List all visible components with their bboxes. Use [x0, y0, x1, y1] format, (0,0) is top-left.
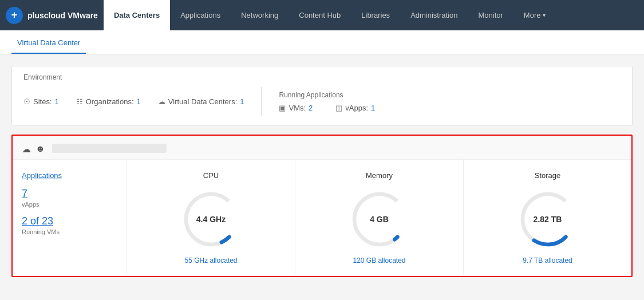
env-vapps: ◫ vApps: 1 [335, 104, 375, 112]
tab-vdc[interactable]: Virtual Data Center [11, 30, 86, 54]
cloud-icon: ☁ [158, 97, 165, 106]
nav-item-datacenters[interactable]: Data Centers [104, 0, 170, 30]
apps-vapps-stat: 7 vApps [22, 188, 117, 208]
env-vdc: ☁ Virtual Data Centers: 1 [158, 97, 244, 106]
cpu-value: 4.4 GHz [196, 215, 226, 224]
storage-allocated: 9.7 TB allocated [523, 256, 572, 265]
gauge-panels: CPU 4.4 GHz 55 GHz allocated Mem [127, 160, 631, 276]
card-body: Applications 7 vApps 2 of 23 Running VMs… [13, 160, 631, 276]
env-vms: ▣ VMs: 2 [279, 104, 313, 112]
location-icon: ☉ [23, 97, 30, 106]
storage-gauge-panel: Storage 2.82 TB 9.7 TB allocated [464, 160, 631, 276]
vms-count[interactable]: 2 [309, 104, 313, 112]
cpu-gauge-panel: CPU 4.4 GHz 55 GHz allocated [127, 160, 295, 276]
running-vms-num[interactable]: 2 of 23 [22, 215, 117, 227]
nav-items: Data Centers Applications Networking Con… [104, 0, 556, 30]
apps-panel: Applications 7 vApps 2 of 23 Running VMs [13, 160, 127, 276]
sites-count[interactable]: 1 [55, 97, 59, 106]
cpu-title: CPU [203, 171, 219, 180]
memory-gauge-panel: Memory 4 GB 120 GB allocated [295, 160, 464, 276]
running-section: Running Applications ▣ VMs: 2 ◫ vApps: 1 [279, 91, 375, 112]
nav-item-more[interactable]: More ▾ [513, 0, 556, 30]
vdc-label: Virtual Data Centers: [168, 97, 237, 106]
tab-bar: Virtual Data Center [0, 30, 644, 54]
card-globe-icon: ☻ [35, 144, 45, 155]
vapps-stat-label: vApps [22, 201, 39, 208]
vapps-big-num[interactable]: 7 [22, 188, 117, 200]
running-items: ▣ VMs: 2 ◫ vApps: 1 [279, 104, 375, 112]
nav-item-contenthub[interactable]: Content Hub [289, 0, 351, 30]
apps-title[interactable]: Applications [22, 171, 117, 180]
orgs-label: Organizations: [86, 97, 134, 106]
storage-gauge: 2.82 TB [516, 188, 579, 251]
cpu-allocated: 55 GHz allocated [184, 256, 237, 265]
vapps-label: vApps: [345, 104, 368, 112]
environment-bar: Environment ☉ Sites: 1 ☷ Organizations: … [11, 66, 633, 125]
vm-icon: ▣ [279, 104, 286, 112]
brand-icon: + [6, 7, 23, 24]
card-top: ☁ ☻ [13, 136, 631, 160]
vapps-count[interactable]: 1 [371, 104, 375, 112]
content-card: ☁ ☻ Applications 7 vApps 2 of 23 Running… [11, 135, 633, 277]
memory-value: 4 GB [370, 215, 389, 224]
apps-running-stat: 2 of 23 Running VMs [22, 215, 117, 236]
nav-item-libraries[interactable]: Libraries [351, 0, 400, 30]
nav-item-applications[interactable]: Applications [170, 0, 231, 30]
storage-title: Storage [535, 171, 561, 180]
memory-title: Memory [366, 171, 393, 180]
vms-label: VMs: [289, 104, 306, 112]
env-sites: ☉ Sites: 1 [23, 97, 59, 106]
brand: + pluscloud VMware [6, 7, 98, 24]
nav-item-administration[interactable]: Administration [400, 0, 468, 30]
more-caret-icon: ▾ [543, 12, 546, 18]
environment-label: Environment [23, 73, 621, 81]
cpu-gauge: 4.4 GHz [180, 188, 243, 251]
env-left-items: ☉ Sites: 1 ☷ Organizations: 1 ☁ Virtual … [23, 97, 244, 106]
memory-allocated: 120 GB allocated [353, 256, 405, 265]
card-name-bar [52, 144, 167, 153]
running-label: Running Applications [279, 91, 375, 99]
navbar: + pluscloud VMware Data Centers Applicat… [0, 0, 644, 30]
storage-value: 2.82 TB [534, 215, 562, 224]
orgs-count[interactable]: 1 [137, 97, 141, 106]
memory-gauge: 4 GB [348, 188, 411, 251]
card-cloud-icon: ☁ [22, 144, 31, 155]
org-icon: ☷ [76, 97, 83, 106]
env-orgs: ☷ Organizations: 1 [76, 97, 141, 106]
env-divider [261, 87, 262, 116]
nav-item-networking[interactable]: Networking [231, 0, 289, 30]
main-content: Environment ☉ Sites: 1 ☷ Organizations: … [0, 54, 644, 300]
brand-label: pluscloud VMware [27, 11, 98, 20]
nav-item-monitor[interactable]: Monitor [468, 0, 513, 30]
sites-label: Sites: [33, 97, 52, 106]
vapps-icon: ◫ [335, 104, 342, 112]
running-vms-label: Running VMs [22, 228, 60, 235]
vdc-count[interactable]: 1 [240, 97, 244, 106]
